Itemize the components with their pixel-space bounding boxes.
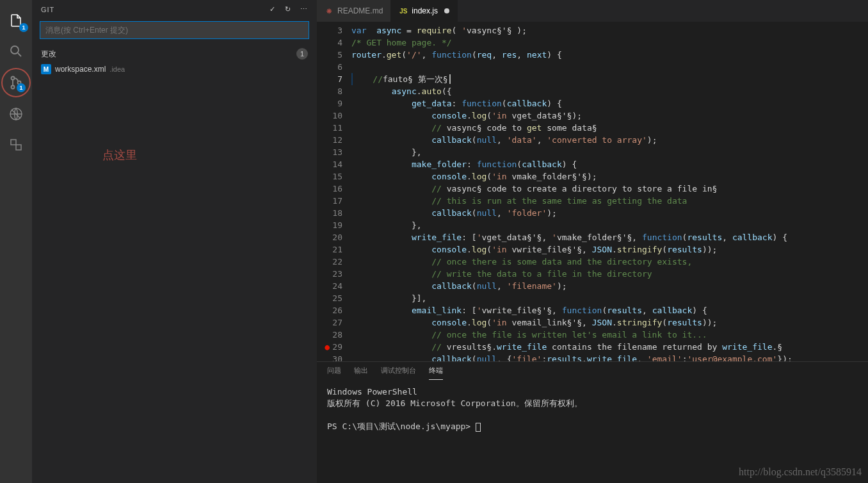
bottom-panel: 问题输出调试控制台终端 Windows PowerShell版权所有 (C) 2… [317,361,868,483]
more-icon[interactable]: ⋯ [300,5,308,13]
tab-index-js[interactable]: JSindex.js [391,0,458,22]
code-line[interactable]: router.get('/', function(req, res, next)… [351,49,868,61]
code-line[interactable]: // write the data to a file in the direc… [351,268,868,280]
svg-point-0 [11,46,19,54]
explorer-icon[interactable]: 1 [0,5,32,36]
line-number: 25 [317,292,342,304]
file-icon: JS [399,6,408,15]
code-line[interactable]: console.log('in vwrite_file§'§, JSON.str… [351,243,868,256]
line-number: 14 [317,158,342,170]
line-number: 4 [317,37,342,49]
terminal-line [327,409,858,421]
svg-rect-6 [11,140,16,145]
code-line[interactable]: make_folder: function(callback) { [351,158,868,170]
tab-bar: ❋README.mdJSindex.js [317,0,868,22]
line-number: 7 [317,73,342,85]
terminal-output[interactable]: Windows PowerShell版权所有 (C) 2016 Microsof… [317,380,868,483]
side-panel-title: GIT [41,6,269,13]
side-panel: GIT ✓ ↻ ⋯ 更改 1 M workspace.xml .idea 点这里 [32,0,317,483]
code-line[interactable] [351,61,868,73]
activity-bar: 1 1 [0,0,32,483]
code-line[interactable]: //fauto§ 第一次§ [351,73,868,85]
line-number: 27 [317,316,342,329]
line-number: 26 [317,304,342,316]
code-content[interactable]: var async = require( 'vasync§'§ );/* GET… [351,24,868,361]
line-number: 13 [317,146,342,158]
dirty-icon [444,8,449,13]
file-path: .idea [109,65,125,73]
changes-label: 更改 [41,49,296,60]
code-line[interactable]: console.log('in vmake_folder§'§); [351,170,868,183]
commit-message-input[interactable] [40,21,309,39]
svg-point-1 [12,77,15,80]
code-line[interactable]: get_data: function(callback) { [351,97,868,110]
code-line[interactable]: console.log('in vemail_link§'§, JSON.str… [351,316,868,329]
line-number: 30 [317,353,342,361]
code-line[interactable]: }, [351,219,868,231]
line-number: 20 [317,231,342,243]
source-control-icon[interactable]: 1 [1,68,31,97]
code-line[interactable]: email_link: ['vwrite_file§'§, function(r… [351,304,868,316]
line-number: 28 [317,329,342,341]
check-icon[interactable]: ✓ [269,5,276,13]
code-line[interactable]: var async = require( 'vasync§'§ ); [351,24,868,37]
changes-section[interactable]: 更改 1 [32,45,317,62]
terminal-line: 版权所有 (C) 2016 Microsoft Corporation。保留所有… [327,398,858,409]
tab-README-md[interactable]: ❋README.md [317,0,391,22]
code-line[interactable]: // this is run at the same time as getti… [351,195,868,207]
code-line[interactable]: callback(null, 'folder'); [351,207,868,219]
file-name: workspace.xml [55,65,106,74]
code-line[interactable]: callback(null, {'file':results.write_fil… [351,353,868,361]
side-header: GIT ✓ ↻ ⋯ [32,0,317,19]
panel-tabs: 问题输出调试控制台终端 [317,362,868,380]
line-number: 24 [317,280,342,292]
refresh-icon[interactable]: ↻ [285,5,291,13]
line-number: 6 [317,61,342,73]
code-line[interactable]: // vasync§ code to create a directory to… [351,183,868,195]
code-line[interactable]: // once there is some data and the direc… [351,256,868,268]
line-number: 11 [317,122,342,134]
debug-icon[interactable] [0,99,32,129]
code-line[interactable]: callback(null, 'filename'); [351,280,868,292]
code-line[interactable]: callback(null, 'data', 'converted to arr… [351,134,868,146]
line-number: 9 [317,97,342,110]
code-line[interactable]: // vresults§.write_file contains the fil… [351,341,868,353]
line-number: 19 [317,219,342,231]
terminal-line: Windows PowerShell [327,386,858,398]
line-number: 21 [317,243,342,256]
code-line[interactable]: // vasync§ code to get some data§ [351,122,868,134]
panel-tab-2[interactable]: 调试控制台 [381,366,416,380]
extensions-icon[interactable] [0,129,32,160]
code-line[interactable]: async.auto({ [351,85,868,97]
svg-point-2 [12,86,15,89]
line-number: 10 [317,110,342,122]
line-number: 23 [317,268,342,280]
breakpoint-icon[interactable]: ● [325,341,330,353]
line-number: 3 [317,24,342,37]
explorer-badge: 1 [19,23,28,32]
terminal-cursor [476,423,481,432]
code-line[interactable]: }, [351,146,868,158]
changed-file-row[interactable]: M workspace.xml .idea [32,62,317,76]
panel-tab-0[interactable]: 问题 [327,366,341,380]
svg-rect-7 [16,145,21,150]
line-number: 16 [317,183,342,195]
code-line[interactable]: console.log('in vget_data§'§); [351,110,868,122]
code-line[interactable]: write_file: ['vget_data§'§, 'vmake_folde… [351,231,868,243]
line-number: 15 [317,170,342,183]
code-editor[interactable]: 3456789101112131415161718192021222324252… [317,22,868,361]
panel-tab-3[interactable]: 终端 [429,366,443,380]
panel-tab-1[interactable]: 输出 [354,366,368,380]
code-line[interactable]: }], [351,292,868,304]
file-icon: ❋ [325,6,334,15]
search-icon[interactable] [0,36,32,67]
line-number: 12 [317,134,342,146]
line-gutter: 3456789101112131415161718192021222324252… [317,24,351,361]
changes-count-badge: 1 [296,48,308,60]
terminal-line: PS C:\项目\测试\node.js\myapp> [327,421,858,432]
modified-badge: M [41,64,51,74]
code-line[interactable]: // once the file is written let's email … [351,329,868,341]
line-number: 5 [317,49,342,61]
line-number: 22 [317,256,342,268]
code-line[interactable]: /* GET home page. */ [351,37,868,49]
